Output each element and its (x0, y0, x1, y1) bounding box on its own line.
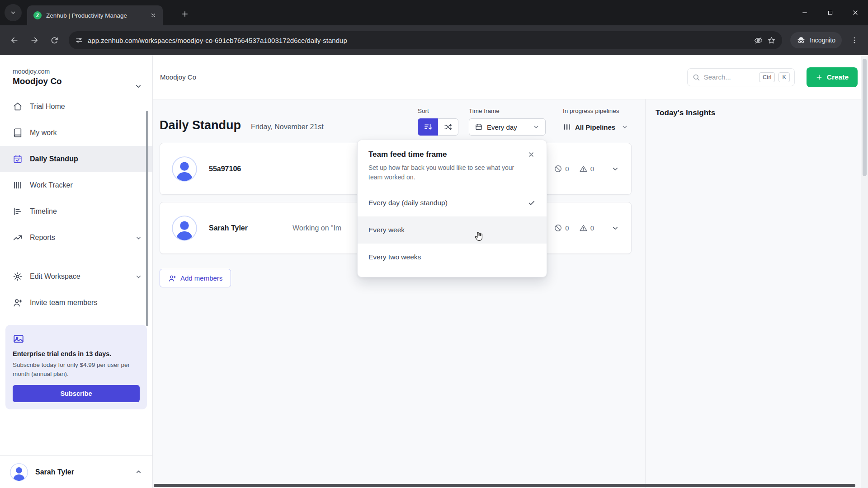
sidebar-item-label: Trial Home (30, 103, 65, 111)
sidebar-item-label: Daily Standup (30, 155, 78, 163)
sidebar-item-label: Work Tracker (30, 181, 73, 189)
eye-off-icon[interactable] (754, 36, 763, 45)
plus-icon (816, 74, 823, 81)
workspace-switcher[interactable]: moodjoy.com Moodjoy Co (0, 55, 152, 94)
sidebar-item-work-tracker[interactable]: Work Tracker (0, 172, 152, 198)
option-label: Every two weeks (368, 253, 421, 261)
option-label: Every week (368, 226, 405, 234)
maximize-button[interactable] (817, 0, 843, 25)
warning-count: 0 (590, 224, 594, 232)
nav-spacer (0, 251, 152, 263)
sidebar-item-label: Timeline (30, 207, 57, 216)
new-tab-button[interactable] (177, 6, 193, 22)
blocked-count: 0 (565, 224, 569, 232)
vertical-scrollbar[interactable] (861, 55, 868, 488)
sidebar-item-edit-workspace[interactable]: Edit Workspace (0, 263, 152, 290)
tab-search-button[interactable] (5, 4, 22, 21)
tab-close-icon[interactable] (148, 10, 158, 20)
sidebar-item-reports[interactable]: Reports (0, 225, 152, 251)
gear-icon (13, 272, 23, 282)
image-icon (13, 333, 140, 345)
trial-promo-card: Enterprise trial ends in 13 days. Subscr… (5, 325, 147, 409)
add-members-button[interactable]: Add members (160, 269, 231, 287)
timeframe-group: Time frame Every day (469, 108, 546, 136)
sidebar-scrollbar[interactable] (146, 111, 148, 326)
page-title-row: Daily Standup Friday, November 21st Sort… (160, 108, 632, 143)
close-icon[interactable] (527, 150, 536, 159)
chevron-down-icon[interactable] (611, 224, 619, 232)
blocked-count: 0 (565, 165, 569, 173)
timeframe-dropdown[interactable]: Every day (469, 118, 546, 136)
warning-stat: 0 (579, 164, 594, 173)
popup-description: Set up how far back you would like to se… (368, 163, 527, 182)
sort-group: Sort (418, 108, 458, 136)
incognito-icon (797, 36, 806, 45)
sidebar-item-label: Invite team members (30, 299, 97, 307)
pipelines-value: All Pipelines (575, 123, 615, 131)
close-window-button[interactable] (843, 0, 868, 25)
reload-button[interactable] (45, 31, 63, 49)
page-title: Daily Standup Friday, November 21st (160, 118, 324, 132)
screen: Z Zenhub | Productivity Manage app.zenhu… (0, 0, 868, 488)
avatar (10, 463, 28, 481)
pipelines-group: In progress pipelines All Pipelines (563, 108, 628, 136)
sidebar-item-timeline[interactable]: Timeline (0, 198, 152, 225)
chevron-down-icon (9, 9, 17, 16)
create-button[interactable]: Create (807, 67, 858, 87)
user-menu[interactable]: Sarah Tyler (0, 455, 152, 488)
bookmark-star-icon[interactable] (767, 36, 776, 45)
avatar (172, 216, 197, 241)
back-button[interactable] (5, 31, 24, 49)
user-name: Sarah Tyler (35, 468, 127, 476)
sidebar-item-my-work[interactable]: My work (0, 120, 152, 146)
sort-label: Sort (418, 108, 458, 114)
ctrl-keycap: Ctrl (759, 72, 775, 82)
site-info-icon[interactable] (75, 36, 83, 44)
sidebar-item-label: Reports (30, 234, 55, 242)
forward-button[interactable] (25, 31, 43, 49)
person-plus-icon (13, 298, 23, 308)
promo-body: Subscribe today for only $4.99 per user … (13, 361, 140, 379)
header-actions: Ctrl K Create (687, 67, 858, 87)
address-bar[interactable]: app.zenhub.com/workspaces/moodjoy-co-691… (69, 31, 782, 49)
workspace-header: Moodjoy Co Ctrl K Create (153, 55, 861, 99)
option-every-day[interactable]: Every day (daily standup) (358, 189, 547, 216)
member-name: 55a97106 (209, 165, 292, 173)
search-box[interactable]: Ctrl K (687, 68, 795, 86)
shuffle-button[interactable] (438, 118, 458, 136)
sidebar-item-trial-home[interactable]: Trial Home (0, 94, 152, 120)
warning-icon (579, 224, 588, 232)
browser-menu-button[interactable] (846, 32, 863, 48)
popup-options: Every day (daily standup) Every week Eve… (358, 189, 547, 271)
minimize-button[interactable] (792, 0, 817, 25)
warning-count: 0 (590, 165, 594, 173)
insights-title: Today's Insights (656, 108, 861, 117)
shuffle-icon (443, 122, 453, 131)
member-name: Sarah Tyler (209, 224, 292, 232)
create-label: Create (827, 73, 849, 81)
sidebar-item-invite-members[interactable]: Invite team members (0, 290, 152, 316)
option-every-week[interactable]: Every week (358, 216, 547, 244)
columns-icon (563, 123, 571, 131)
search-input[interactable] (704, 73, 755, 81)
horizontal-scrollbar-thumb[interactable] (154, 484, 855, 487)
subscribe-button[interactable]: Subscribe (13, 385, 140, 402)
sidebar-item-label: My work (30, 129, 57, 137)
blocked-icon (554, 224, 562, 232)
option-label: Every day (daily standup) (368, 199, 448, 207)
blocked-icon (554, 164, 562, 173)
search-icon (692, 73, 700, 81)
columns-icon (13, 180, 23, 190)
vertical-scrollbar-thumb[interactable] (863, 59, 867, 176)
sort-button[interactable] (418, 118, 438, 136)
sidebar-item-label: Edit Workspace (30, 272, 80, 281)
pipelines-dropdown[interactable]: All Pipelines (563, 118, 628, 136)
browser-tab[interactable]: Z Zenhub | Productivity Manage (27, 5, 163, 25)
timeframe-label: Time frame (469, 108, 546, 114)
timeframe-popup: Team feed time frame Set up how far back… (357, 140, 547, 277)
chevron-down-icon[interactable] (611, 165, 619, 173)
option-every-two-weeks[interactable]: Every two weeks (358, 244, 547, 271)
sidebar-item-daily-standup[interactable]: Daily Standup (0, 146, 152, 172)
member-status: Working on “Im (292, 224, 341, 232)
timeframe-value: Every day (487, 123, 517, 131)
